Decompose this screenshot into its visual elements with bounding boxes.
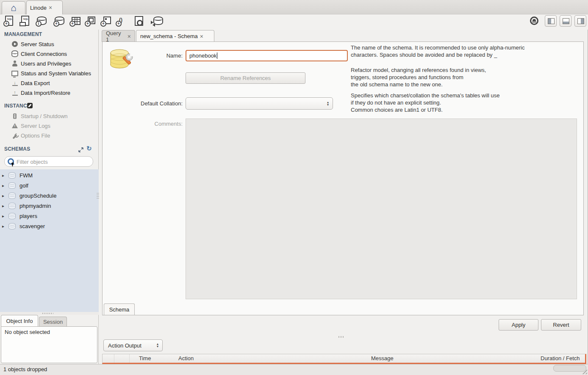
expand-arrow-icon[interactable]: ▸: [2, 204, 7, 208]
plus-badge-icon: +: [100, 21, 106, 27]
sidebar-item-startup-shutdown[interactable]: Startup / Shutdown: [0, 111, 99, 121]
action-output-selector[interactable]: Action Output ▴▾: [103, 339, 163, 351]
schema-name-label: phpmyadmin: [19, 203, 51, 209]
panel-left-icon: [548, 18, 555, 24]
sidebar-item-label: Server Status: [21, 41, 54, 47]
schema-inspector-icon[interactable]: i: [36, 16, 47, 27]
create-function-icon[interactable]: () +: [116, 16, 127, 27]
revert-button[interactable]: Revert: [541, 319, 581, 331]
client-connections-icon: [11, 50, 18, 57]
reconnect-dbms-icon[interactable]: [150, 16, 161, 27]
horizontal-scrollbar-thumb[interactable]: [553, 365, 586, 372]
notification-icon[interactable]: [530, 17, 538, 25]
schemas-section-header: SCHEMAS: [4, 146, 30, 152]
expand-arrow-icon[interactable]: ▸: [2, 173, 7, 178]
text-caret: [217, 52, 217, 59]
no-object-message: No object selected: [5, 329, 50, 335]
schema-icon: [8, 223, 16, 229]
server-logs-icon: [11, 123, 18, 128]
plus-badge-icon: +: [85, 21, 91, 27]
tab-object-info[interactable]: Object Info: [1, 315, 38, 326]
close-icon[interactable]: ×: [49, 4, 52, 11]
output-horizontal-splitter[interactable]: [102, 335, 586, 339]
close-icon[interactable]: ×: [128, 33, 131, 40]
sql-label: SQL: [21, 18, 31, 20]
plus-badge-icon: +: [69, 21, 75, 27]
expand-arrow-icon[interactable]: ▸: [2, 193, 7, 198]
schema-list: ▸ FWM ▸ golf ▸ groupSchedule ▸ phpmyadmi…: [0, 169, 99, 312]
open-sql-script-icon[interactable]: SQL: [19, 16, 31, 27]
sidebar-item-client-connections[interactable]: Client Connections: [0, 49, 99, 58]
schema-filter-box[interactable]: [4, 156, 93, 167]
toggle-left-panel-button[interactable]: [545, 15, 557, 27]
close-icon[interactable]: ×: [200, 33, 203, 40]
schema-editor-panel: Name: phonebook The name of the schema. …: [102, 41, 584, 315]
sidebar-item-server-status[interactable]: Server Status: [0, 39, 99, 49]
schema-list-item-players[interactable]: ▸ players: [0, 211, 99, 221]
expand-arrow-icon[interactable]: ▸: [2, 224, 7, 229]
button-label: Rename References: [220, 75, 271, 81]
plus-badge-icon: +: [53, 21, 59, 27]
expand-arrow-icon[interactable]: ▸: [2, 183, 7, 188]
toggle-right-panel-button[interactable]: [574, 15, 586, 27]
sidebar-horizontal-splitter[interactable]: [0, 312, 99, 315]
output-col-status: [103, 354, 114, 363]
spinner-icon: ▴▾: [157, 343, 158, 348]
sql-label: SQL: [5, 18, 14, 20]
schema-list-item-phpmyadmin[interactable]: ▸ phpmyadmin: [0, 201, 99, 211]
expand-arrow-icon[interactable]: ▸: [2, 214, 7, 218]
sidebar-item-label: Client Connections: [21, 51, 67, 57]
connection-tab[interactable]: Linode ×: [26, 0, 63, 14]
sidebar-item-options-file[interactable]: Options File: [0, 131, 99, 140]
schema-name-label: groupSchedule: [19, 193, 56, 199]
create-procedure-icon[interactable]: +: [100, 16, 111, 27]
apply-button[interactable]: Apply: [499, 319, 538, 331]
new-sql-editor-icon[interactable]: SQL +: [3, 16, 14, 27]
sidebar-item-data-import[interactable]: ↑ Data Import/Restore: [0, 88, 99, 97]
comments-textarea[interactable]: [186, 119, 577, 299]
panel-right-icon: [577, 18, 584, 24]
schema-list-item-groupschedule[interactable]: ▸ groupSchedule: [0, 190, 99, 201]
sidebar-item-system-variables[interactable]: Status and System Variables: [0, 69, 99, 78]
tab-schema-bottom[interactable]: Schema: [104, 303, 135, 315]
sidebar-item-users-privileges[interactable]: Users and Privileges: [0, 59, 99, 68]
schema-name-label: players: [19, 213, 37, 219]
sidebar: MANAGEMENT Server Status Client Connecti…: [0, 30, 99, 364]
create-view-icon[interactable]: +: [85, 16, 96, 27]
toggle-bottom-panel-button[interactable]: [560, 15, 571, 27]
tab-query-1[interactable]: Query 1 ×: [102, 30, 135, 42]
sidebar-item-label: Options File: [21, 132, 50, 139]
schema-list-item-fwm[interactable]: ▸ FWM: [0, 170, 99, 180]
create-schema-icon[interactable]: +: [53, 16, 64, 27]
sidebar-item-label: Startup / Shutdown: [21, 113, 68, 119]
tab-new-schema[interactable]: new_schema - Schema ×: [136, 30, 214, 42]
sidebar-vertical-splitter[interactable]: [97, 193, 99, 199]
procedure-inner-shape: [105, 18, 107, 20]
sidebar-item-data-export[interactable]: ↓ Data Export: [0, 78, 99, 88]
window-tab-bar: ⌂ Linode ×: [0, 0, 588, 14]
folder-shape: [19, 22, 26, 26]
tab-label: Session: [43, 319, 63, 325]
tab-session[interactable]: Session: [39, 317, 67, 326]
status-text: 1 objects dropped: [3, 366, 47, 372]
home-tab[interactable]: ⌂: [2, 1, 25, 14]
spinner-icon: ▴▾: [327, 101, 329, 106]
rename-references-button[interactable]: Rename References: [186, 72, 305, 84]
create-table-icon[interactable]: +: [69, 16, 80, 27]
home-icon: ⌂: [11, 4, 16, 12]
collation-dropdown[interactable]: ▴▾: [186, 97, 333, 110]
schema-name-input[interactable]: phonebook: [186, 50, 348, 61]
search-table-data-icon[interactable]: [133, 16, 144, 27]
schema-list-item-golf[interactable]: ▸ golf: [0, 180, 99, 190]
status-system-variables-icon: [11, 70, 18, 76]
sidebar-item-label: Server Logs: [21, 123, 50, 129]
expand-schemas-icon[interactable]: [78, 147, 84, 153]
sidebar-item-server-logs[interactable]: Server Logs: [0, 121, 99, 130]
schema-filter-input[interactable]: [16, 157, 92, 166]
schema-list-item-scavenger[interactable]: ▸ scavenger: [0, 221, 99, 231]
schema-name-label: scavenger: [19, 223, 45, 229]
magnifier-icon: [137, 20, 143, 26]
plus-badge-icon: +: [116, 21, 122, 27]
main-toolbar: SQL + SQL i + + + + () +: [0, 14, 588, 30]
refresh-schemas-icon[interactable]: ↻: [86, 146, 92, 152]
